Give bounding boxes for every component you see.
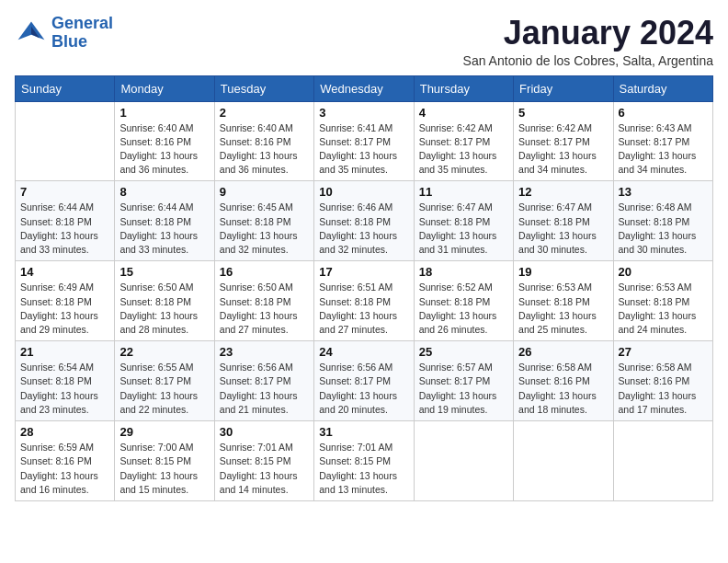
calendar-cell: 30Sunrise: 7:01 AM Sunset: 8:15 PM Dayli… [214,421,313,501]
calendar-cell: 11Sunrise: 6:47 AM Sunset: 8:18 PM Dayli… [414,181,513,261]
day-detail: Sunrise: 6:40 AM Sunset: 8:16 PM Dayligh… [119,121,209,178]
calendar-cell: 4Sunrise: 6:42 AM Sunset: 8:17 PM Daylig… [414,101,513,181]
day-number: 16 [220,265,309,279]
title-block: January 2024 San Antonio de los Cobres, … [463,15,713,68]
day-number: 31 [319,425,408,439]
calendar-cell: 17Sunrise: 6:51 AM Sunset: 8:18 PM Dayli… [314,261,414,341]
day-detail: Sunrise: 6:46 AM Sunset: 8:18 PM Dayligh… [319,201,408,257]
day-number: 3 [319,106,408,120]
week-row-4: 21Sunrise: 6:54 AM Sunset: 8:18 PM Dayli… [16,341,713,421]
day-number: 22 [119,345,209,359]
day-detail: Sunrise: 6:47 AM Sunset: 8:18 PM Dayligh… [518,201,608,257]
calendar-body: 1Sunrise: 6:40 AM Sunset: 8:16 PM Daylig… [16,101,713,500]
day-number: 8 [119,185,209,199]
calendar-cell: 9Sunrise: 6:45 AM Sunset: 8:18 PM Daylig… [214,181,313,261]
day-number: 12 [518,185,608,199]
calendar-cell: 13Sunrise: 6:48 AM Sunset: 8:18 PM Dayli… [613,181,712,261]
day-detail: Sunrise: 6:59 AM Sunset: 8:16 PM Dayligh… [20,441,109,497]
calendar-cell: 15Sunrise: 6:50 AM Sunset: 8:18 PM Dayli… [115,261,214,341]
day-detail: Sunrise: 6:41 AM Sunset: 8:17 PM Dayligh… [319,121,408,178]
day-number: 1 [119,106,209,120]
logo-icon [15,17,48,50]
calendar-cell [613,421,712,501]
day-number: 18 [419,265,508,279]
calendar-cell: 6Sunrise: 6:43 AM Sunset: 8:17 PM Daylig… [613,101,712,181]
calendar-cell: 5Sunrise: 6:42 AM Sunset: 8:17 PM Daylig… [514,101,613,181]
day-number: 26 [518,345,608,359]
day-detail: Sunrise: 6:44 AM Sunset: 8:18 PM Dayligh… [119,201,209,257]
calendar-cell: 29Sunrise: 7:00 AM Sunset: 8:15 PM Dayli… [115,421,214,501]
weekday-header-sunday: Sunday [16,75,115,101]
calendar-cell: 25Sunrise: 6:57 AM Sunset: 8:17 PM Dayli… [414,341,513,421]
calendar-cell [16,101,115,181]
day-detail: Sunrise: 6:58 AM Sunset: 8:16 PM Dayligh… [518,361,608,417]
day-detail: Sunrise: 6:49 AM Sunset: 8:18 PM Dayligh… [20,281,109,337]
day-detail: Sunrise: 6:56 AM Sunset: 8:17 PM Dayligh… [220,361,309,417]
day-detail: Sunrise: 6:43 AM Sunset: 8:17 PM Dayligh… [619,121,708,178]
day-number: 24 [319,345,408,359]
weekday-header-friday: Friday [514,75,613,101]
day-detail: Sunrise: 6:42 AM Sunset: 8:17 PM Dayligh… [518,121,608,178]
calendar-cell: 12Sunrise: 6:47 AM Sunset: 8:18 PM Dayli… [514,181,613,261]
weekday-header-row: SundayMondayTuesdayWednesdayThursdayFrid… [16,75,713,101]
day-number: 4 [419,106,508,120]
day-detail: Sunrise: 6:53 AM Sunset: 8:18 PM Dayligh… [518,281,608,337]
weekday-header-saturday: Saturday [613,75,712,101]
calendar-cell: 24Sunrise: 6:56 AM Sunset: 8:17 PM Dayli… [314,341,414,421]
day-detail: Sunrise: 6:52 AM Sunset: 8:18 PM Dayligh… [419,281,508,337]
day-detail: Sunrise: 6:54 AM Sunset: 8:18 PM Dayligh… [20,361,109,417]
calendar-cell: 1Sunrise: 6:40 AM Sunset: 8:16 PM Daylig… [115,101,214,181]
day-number: 30 [220,425,309,439]
day-number: 28 [20,425,109,439]
day-number: 14 [20,265,109,279]
day-number: 23 [220,345,309,359]
week-row-3: 14Sunrise: 6:49 AM Sunset: 8:18 PM Dayli… [16,261,713,341]
calendar-cell: 27Sunrise: 6:58 AM Sunset: 8:16 PM Dayli… [613,341,712,421]
calendar-cell: 26Sunrise: 6:58 AM Sunset: 8:16 PM Dayli… [514,341,613,421]
day-detail: Sunrise: 6:58 AM Sunset: 8:16 PM Dayligh… [619,361,708,417]
calendar-cell: 20Sunrise: 6:53 AM Sunset: 8:18 PM Dayli… [613,261,712,341]
logo: General Blue [15,15,113,52]
day-number: 21 [20,345,109,359]
calendar-cell: 2Sunrise: 6:40 AM Sunset: 8:16 PM Daylig… [214,101,313,181]
day-detail: Sunrise: 6:42 AM Sunset: 8:17 PM Dayligh… [419,121,508,178]
logo-text: General Blue [51,15,113,52]
day-detail: Sunrise: 6:47 AM Sunset: 8:18 PM Dayligh… [419,201,508,257]
calendar-cell: 31Sunrise: 7:01 AM Sunset: 8:15 PM Dayli… [314,421,414,501]
calendar-cell: 21Sunrise: 6:54 AM Sunset: 8:18 PM Dayli… [16,341,115,421]
day-number: 15 [119,265,209,279]
day-detail: Sunrise: 6:48 AM Sunset: 8:18 PM Dayligh… [619,201,708,257]
calendar-cell: 8Sunrise: 6:44 AM Sunset: 8:18 PM Daylig… [115,181,214,261]
day-number: 17 [319,265,408,279]
day-number: 9 [220,185,309,199]
day-number: 19 [518,265,608,279]
day-detail: Sunrise: 6:53 AM Sunset: 8:18 PM Dayligh… [619,281,708,337]
day-detail: Sunrise: 6:50 AM Sunset: 8:18 PM Dayligh… [220,281,309,337]
day-number: 6 [619,106,708,120]
week-row-5: 28Sunrise: 6:59 AM Sunset: 8:16 PM Dayli… [16,421,713,501]
day-number: 29 [119,425,209,439]
day-number: 2 [220,106,309,120]
day-detail: Sunrise: 6:56 AM Sunset: 8:17 PM Dayligh… [319,361,408,417]
calendar-cell: 23Sunrise: 6:56 AM Sunset: 8:17 PM Dayli… [214,341,313,421]
day-number: 25 [419,345,508,359]
day-detail: Sunrise: 6:57 AM Sunset: 8:17 PM Dayligh… [419,361,508,417]
calendar-cell: 10Sunrise: 6:46 AM Sunset: 8:18 PM Dayli… [314,181,414,261]
day-number: 5 [518,106,608,120]
calendar-cell: 22Sunrise: 6:55 AM Sunset: 8:17 PM Dayli… [115,341,214,421]
calendar-cell: 7Sunrise: 6:44 AM Sunset: 8:18 PM Daylig… [16,181,115,261]
weekday-header-monday: Monday [115,75,214,101]
calendar-cell: 18Sunrise: 6:52 AM Sunset: 8:18 PM Dayli… [414,261,513,341]
day-detail: Sunrise: 6:51 AM Sunset: 8:18 PM Dayligh… [319,281,408,337]
day-detail: Sunrise: 7:01 AM Sunset: 8:15 PM Dayligh… [319,441,408,497]
day-detail: Sunrise: 6:55 AM Sunset: 8:17 PM Dayligh… [119,361,209,417]
weekday-header-wednesday: Wednesday [314,75,414,101]
page-header: General Blue January 2024 San Antonio de… [15,15,713,68]
calendar-cell: 28Sunrise: 6:59 AM Sunset: 8:16 PM Dayli… [16,421,115,501]
day-detail: Sunrise: 7:01 AM Sunset: 8:15 PM Dayligh… [220,441,309,497]
calendar-cell: 19Sunrise: 6:53 AM Sunset: 8:18 PM Dayli… [514,261,613,341]
month-title: January 2024 [463,15,713,52]
day-number: 7 [20,185,109,199]
weekday-header-tuesday: Tuesday [214,75,313,101]
day-number: 11 [419,185,508,199]
